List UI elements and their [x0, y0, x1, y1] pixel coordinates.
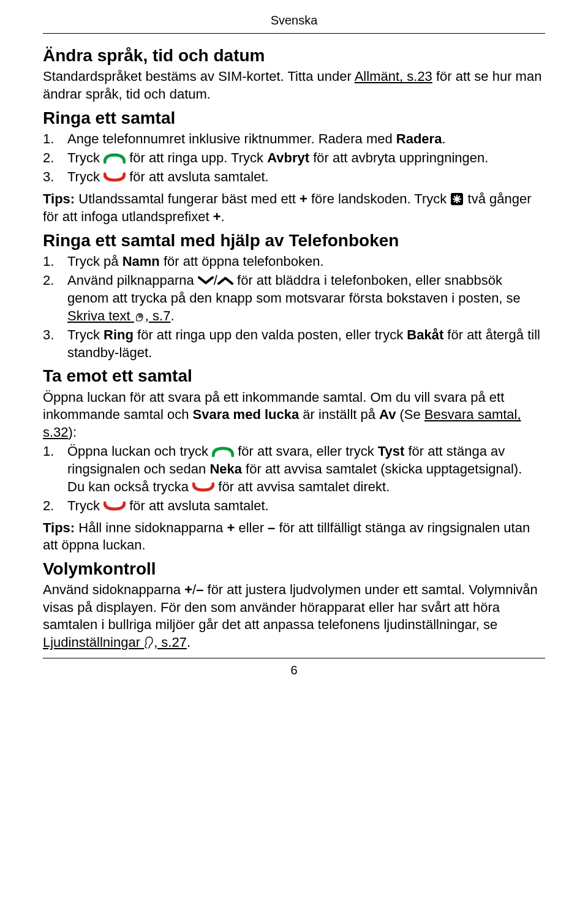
bold: Av: [379, 407, 396, 422]
list-num: 2.: [43, 497, 67, 515]
link-ljud: Ljudinställningar , s.27: [43, 635, 187, 650]
list-item: 2. Tryck för att avsluta samtalet.: [43, 497, 545, 515]
text: Du kan också trycka: [67, 479, 192, 494]
text: för att avbryta uppringningen.: [309, 150, 488, 165]
hangup-icon: [104, 497, 126, 515]
text: Använd pilknapparna: [67, 273, 198, 288]
list-num: 3.: [43, 326, 67, 344]
bold: +: [184, 582, 192, 597]
text: för att ringa upp. Tryck: [126, 150, 267, 165]
list-text: Tryck för att ringa upp. Tryck Avbryt fö…: [67, 149, 545, 167]
text: Ange telefonnumret inklusive riktnummer.…: [67, 131, 396, 146]
bold: Namn: [123, 254, 160, 269]
page-number: 6: [43, 662, 545, 678]
section-lang-title: Ändra språk, tid och datum: [43, 45, 545, 67]
bottom-rule: [43, 658, 545, 658]
text: Ljudinställningar: [43, 635, 140, 650]
section-ringa-title: Ringa ett samtal: [43, 107, 545, 129]
list-item: 1. Öppna luckan och tryck för att svara,…: [43, 443, 545, 497]
bold: +: [213, 209, 221, 224]
bold: Avbryt: [267, 150, 309, 165]
text: för att avsluta samtalet.: [126, 498, 269, 513]
bold: Svara med lucka: [193, 407, 300, 422]
bold: Tips:: [43, 191, 75, 206]
text: .: [170, 308, 174, 323]
text: för att avvisa samtalet (skicka upptaget…: [242, 461, 522, 477]
list-text: Tryck för att avsluta samtalet.: [67, 168, 545, 186]
bold: Neka: [209, 461, 242, 477]
link-skriva: Skriva text , s.7: [67, 308, 170, 323]
bold: Tyst: [378, 443, 405, 459]
text: Tryck: [67, 498, 104, 513]
list-num: 3.: [43, 168, 67, 186]
list-num: 2.: [43, 149, 67, 167]
text: Tryck: [67, 150, 104, 165]
text: , s.7: [145, 308, 171, 323]
text: ):: [69, 424, 77, 440]
call-icon: [212, 442, 234, 459]
list-text: Öppna luckan och tryck för att svara, el…: [67, 443, 545, 497]
text: Håll inne sidoknapparna: [75, 520, 227, 535]
text: .: [187, 635, 190, 650]
text: är inställt på: [299, 407, 379, 422]
text: , s.27: [154, 635, 187, 650]
list-text: Använd pilknapparna / för att bläddra i …: [67, 272, 545, 326]
text: för att ringa upp den valda posten, elle…: [134, 327, 407, 342]
taemot-intro: Öppna luckan för att svara på ett inkomm…: [43, 389, 545, 442]
list-text: Ange telefonnumret inklusive riktnummer.…: [67, 130, 545, 148]
bold: +: [300, 191, 307, 206]
list-num: 1.: [43, 253, 67, 271]
asterisk-key-icon: [450, 189, 464, 207]
list-num: 2.: [43, 272, 67, 290]
list-text: Tryck på Namn för att öppna telefonboken…: [67, 253, 545, 271]
text: före landskoden. Tryck: [307, 191, 451, 206]
list-text: Tryck Ring för att ringa upp den valda p…: [67, 326, 545, 361]
text: Tryck på: [67, 254, 123, 269]
telefonbok-list: 1. Tryck på Namn för att öppna telefonbo…: [43, 253, 545, 361]
bold: Ring: [104, 327, 134, 342]
text: Skriva text: [67, 308, 130, 323]
link-allmant: Allmänt, s.23: [355, 69, 432, 84]
down-arrow-icon: [198, 271, 214, 288]
ringa-tip: Tips: Utlandssamtal fungerar bäst med et…: [43, 190, 545, 226]
up-arrow-icon: [217, 271, 233, 288]
section-taemot-title: Ta emot ett samtal: [43, 365, 545, 387]
bold: Tips:: [43, 520, 75, 535]
text: Använd sidoknapparna: [43, 582, 184, 597]
top-rule: [43, 33, 545, 34]
text: för att avvisa samtalet direkt.: [214, 479, 390, 494]
section-telefonbok-title: Ringa ett samtal med hjälp av Telefonbok…: [43, 230, 545, 252]
page-header: Svenska: [43, 12, 545, 28]
text: Öppna luckan och tryck: [67, 443, 212, 459]
text: Standardspråket bestäms av SIM-kortet. T…: [43, 69, 355, 84]
text: .: [221, 209, 224, 224]
ear-icon: [144, 633, 154, 651]
bold: –: [196, 582, 203, 597]
taemot-list: 1. Öppna luckan och tryck för att svara,…: [43, 443, 545, 516]
hangup-icon: [192, 477, 214, 495]
list-item: 1. Tryck på Namn för att öppna telefonbo…: [43, 253, 545, 271]
volym-body: Använd sidoknapparna +/– för att justera…: [43, 581, 545, 652]
text: för att svara, eller tryck: [234, 443, 378, 459]
bold: +: [227, 520, 235, 535]
text: .: [442, 131, 445, 146]
hangup-icon: [104, 168, 126, 186]
text: för att avsluta samtalet.: [126, 169, 269, 184]
section-lang-body: Standardspråket bestäms av SIM-kortet. T…: [43, 68, 545, 103]
text: Utlandssamtal fungerar bäst med ett: [75, 191, 300, 206]
list-text: Tryck för att avsluta samtalet.: [67, 497, 545, 515]
bold: Bakåt: [407, 327, 443, 342]
section-volym-title: Volymkontroll: [43, 558, 545, 580]
text: Tryck: [67, 169, 104, 184]
list-item: 3. Tryck Ring för att ringa upp den vald…: [43, 326, 545, 361]
list-num: 1.: [43, 443, 67, 461]
text: för att öppna telefonboken.: [160, 254, 324, 269]
list-item: 1. Ange telefonnumret inklusive riktnumm…: [43, 130, 545, 148]
taemot-tip: Tips: Håll inne sidoknapparna + eller – …: [43, 519, 545, 554]
list-item: 2. Tryck för att ringa upp. Tryck Avbryt…: [43, 149, 545, 167]
call-icon: [104, 148, 126, 166]
list-num: 1.: [43, 130, 67, 148]
hand-write-icon: [134, 307, 145, 325]
list-item: 3. Tryck för att avsluta samtalet.: [43, 168, 545, 186]
list-item: 2. Använd pilknapparna / för att bläddra…: [43, 272, 545, 326]
